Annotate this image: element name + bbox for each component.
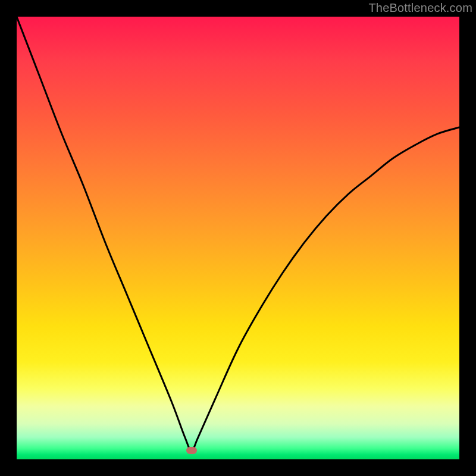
bottleneck-curve [17,17,459,459]
curve-path [17,17,459,450]
plot-area [17,17,459,459]
chart-frame: TheBottleneck.com [0,0,476,476]
optimal-point-marker [186,447,197,454]
watermark-text: TheBottleneck.com [368,1,472,15]
